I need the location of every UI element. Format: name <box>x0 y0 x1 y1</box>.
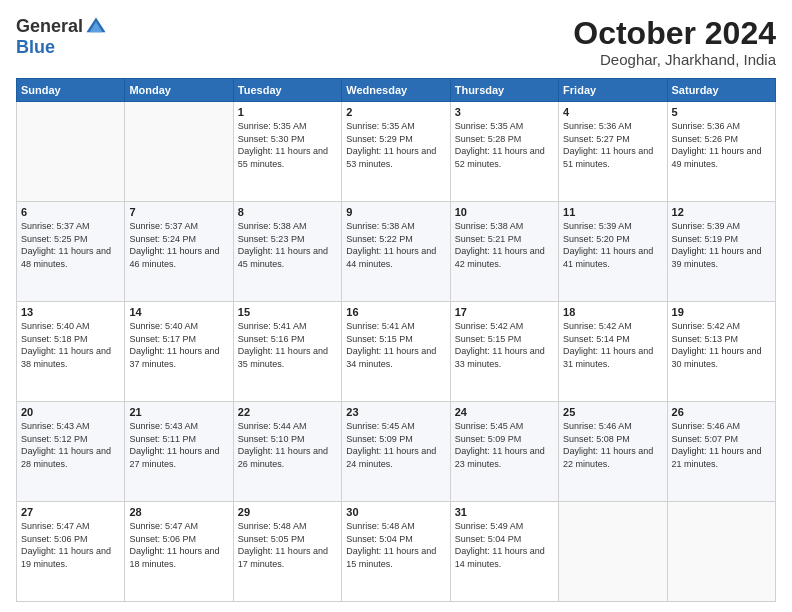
day-number: 1 <box>238 106 337 118</box>
day-info-line: Sunset: 5:09 PM <box>346 434 413 444</box>
logo-general-label: General <box>16 17 83 37</box>
day-info: Sunrise: 5:44 AMSunset: 5:10 PMDaylight:… <box>238 420 337 470</box>
day-info-line: Sunrise: 5:48 AM <box>346 521 415 531</box>
day-info-line: Sunrise: 5:42 AM <box>563 321 632 331</box>
day-info-line: Daylight: 11 hours and 19 minutes. <box>21 546 111 569</box>
day-info-line: Sunset: 5:16 PM <box>238 334 305 344</box>
day-info-line: Daylight: 11 hours and 24 minutes. <box>346 446 436 469</box>
day-info: Sunrise: 5:46 AMSunset: 5:08 PMDaylight:… <box>563 420 662 470</box>
day-number: 21 <box>129 406 228 418</box>
day-info-line: Daylight: 11 hours and 44 minutes. <box>346 246 436 269</box>
day-number: 23 <box>346 406 445 418</box>
table-row: 28Sunrise: 5:47 AMSunset: 5:06 PMDayligh… <box>125 502 233 602</box>
day-info: Sunrise: 5:38 AMSunset: 5:22 PMDaylight:… <box>346 220 445 270</box>
day-info: Sunrise: 5:47 AMSunset: 5:06 PMDaylight:… <box>21 520 120 570</box>
table-row: 29Sunrise: 5:48 AMSunset: 5:05 PMDayligh… <box>233 502 341 602</box>
table-row: 21Sunrise: 5:43 AMSunset: 5:11 PMDayligh… <box>125 402 233 502</box>
col-tuesday: Tuesday <box>233 79 341 102</box>
day-number: 6 <box>21 206 120 218</box>
day-info-line: Daylight: 11 hours and 22 minutes. <box>563 446 653 469</box>
day-info: Sunrise: 5:37 AMSunset: 5:24 PMDaylight:… <box>129 220 228 270</box>
day-info-line: Daylight: 11 hours and 35 minutes. <box>238 346 328 369</box>
table-row <box>559 502 667 602</box>
table-row: 17Sunrise: 5:42 AMSunset: 5:15 PMDayligh… <box>450 302 558 402</box>
day-info-line: Sunset: 5:25 PM <box>21 234 88 244</box>
day-info: Sunrise: 5:43 AMSunset: 5:12 PMDaylight:… <box>21 420 120 470</box>
day-info-line: Sunrise: 5:36 AM <box>563 121 632 131</box>
day-info-line: Sunrise: 5:38 AM <box>238 221 307 231</box>
table-row: 19Sunrise: 5:42 AMSunset: 5:13 PMDayligh… <box>667 302 775 402</box>
day-number: 10 <box>455 206 554 218</box>
table-row: 9Sunrise: 5:38 AMSunset: 5:22 PMDaylight… <box>342 202 450 302</box>
day-info-line: Sunset: 5:22 PM <box>346 234 413 244</box>
day-info-line: Daylight: 11 hours and 53 minutes. <box>346 146 436 169</box>
logo-icon <box>85 16 107 38</box>
day-number: 2 <box>346 106 445 118</box>
table-row: 10Sunrise: 5:38 AMSunset: 5:21 PMDayligh… <box>450 202 558 302</box>
day-info-line: Sunset: 5:23 PM <box>238 234 305 244</box>
month-title: October 2024 <box>573 16 776 51</box>
page: General Blue October 2024 Deoghar, Jhark… <box>0 0 792 612</box>
logo-blue-label: Blue <box>16 38 107 58</box>
day-info-line: Sunset: 5:29 PM <box>346 134 413 144</box>
day-info-line: Sunrise: 5:44 AM <box>238 421 307 431</box>
location: Deoghar, Jharkhand, India <box>573 51 776 68</box>
day-info: Sunrise: 5:38 AMSunset: 5:21 PMDaylight:… <box>455 220 554 270</box>
table-row: 16Sunrise: 5:41 AMSunset: 5:15 PMDayligh… <box>342 302 450 402</box>
day-info: Sunrise: 5:39 AMSunset: 5:19 PMDaylight:… <box>672 220 771 270</box>
day-number: 20 <box>21 406 120 418</box>
day-info-line: Sunrise: 5:42 AM <box>455 321 524 331</box>
day-info: Sunrise: 5:45 AMSunset: 5:09 PMDaylight:… <box>455 420 554 470</box>
day-info-line: Sunset: 5:07 PM <box>672 434 739 444</box>
day-info-line: Sunrise: 5:38 AM <box>455 221 524 231</box>
day-info-line: Daylight: 11 hours and 21 minutes. <box>672 446 762 469</box>
day-info: Sunrise: 5:35 AMSunset: 5:29 PMDaylight:… <box>346 120 445 170</box>
day-number: 25 <box>563 406 662 418</box>
day-info-line: Daylight: 11 hours and 39 minutes. <box>672 246 762 269</box>
day-info: Sunrise: 5:38 AMSunset: 5:23 PMDaylight:… <box>238 220 337 270</box>
day-number: 7 <box>129 206 228 218</box>
day-info-line: Daylight: 11 hours and 14 minutes. <box>455 546 545 569</box>
table-row <box>17 102 125 202</box>
day-number: 19 <box>672 306 771 318</box>
day-info-line: Daylight: 11 hours and 18 minutes. <box>129 546 219 569</box>
day-info-line: Daylight: 11 hours and 37 minutes. <box>129 346 219 369</box>
day-info-line: Daylight: 11 hours and 28 minutes. <box>21 446 111 469</box>
day-info-line: Sunrise: 5:38 AM <box>346 221 415 231</box>
title-area: October 2024 Deoghar, Jharkhand, India <box>573 16 776 68</box>
day-info-line: Daylight: 11 hours and 45 minutes. <box>238 246 328 269</box>
table-row: 30Sunrise: 5:48 AMSunset: 5:04 PMDayligh… <box>342 502 450 602</box>
day-info-line: Sunset: 5:11 PM <box>129 434 196 444</box>
table-row: 8Sunrise: 5:38 AMSunset: 5:23 PMDaylight… <box>233 202 341 302</box>
day-info-line: Sunrise: 5:45 AM <box>346 421 415 431</box>
day-info-line: Sunset: 5:13 PM <box>672 334 739 344</box>
day-number: 4 <box>563 106 662 118</box>
day-info-line: Daylight: 11 hours and 17 minutes. <box>238 546 328 569</box>
day-number: 14 <box>129 306 228 318</box>
table-row: 31Sunrise: 5:49 AMSunset: 5:04 PMDayligh… <box>450 502 558 602</box>
day-info: Sunrise: 5:36 AMSunset: 5:27 PMDaylight:… <box>563 120 662 170</box>
table-row: 15Sunrise: 5:41 AMSunset: 5:16 PMDayligh… <box>233 302 341 402</box>
day-info-line: Daylight: 11 hours and 30 minutes. <box>672 346 762 369</box>
table-row: 22Sunrise: 5:44 AMSunset: 5:10 PMDayligh… <box>233 402 341 502</box>
calendar-week-4: 20Sunrise: 5:43 AMSunset: 5:12 PMDayligh… <box>17 402 776 502</box>
day-info-line: Sunrise: 5:42 AM <box>672 321 741 331</box>
table-row: 12Sunrise: 5:39 AMSunset: 5:19 PMDayligh… <box>667 202 775 302</box>
day-info: Sunrise: 5:40 AMSunset: 5:18 PMDaylight:… <box>21 320 120 370</box>
day-number: 3 <box>455 106 554 118</box>
table-row: 3Sunrise: 5:35 AMSunset: 5:28 PMDaylight… <box>450 102 558 202</box>
day-info-line: Sunset: 5:10 PM <box>238 434 305 444</box>
day-info: Sunrise: 5:39 AMSunset: 5:20 PMDaylight:… <box>563 220 662 270</box>
day-info-line: Sunset: 5:17 PM <box>129 334 196 344</box>
day-info: Sunrise: 5:45 AMSunset: 5:09 PMDaylight:… <box>346 420 445 470</box>
day-info: Sunrise: 5:49 AMSunset: 5:04 PMDaylight:… <box>455 520 554 570</box>
day-info-line: Daylight: 11 hours and 51 minutes. <box>563 146 653 169</box>
day-info-line: Daylight: 11 hours and 49 minutes. <box>672 146 762 169</box>
day-info-line: Sunset: 5:28 PM <box>455 134 522 144</box>
day-info: Sunrise: 5:42 AMSunset: 5:13 PMDaylight:… <box>672 320 771 370</box>
day-info-line: Sunrise: 5:40 AM <box>21 321 90 331</box>
day-info-line: Sunset: 5:19 PM <box>672 234 739 244</box>
day-info-line: Sunrise: 5:47 AM <box>21 521 90 531</box>
day-info-line: Sunrise: 5:45 AM <box>455 421 524 431</box>
table-row: 24Sunrise: 5:45 AMSunset: 5:09 PMDayligh… <box>450 402 558 502</box>
